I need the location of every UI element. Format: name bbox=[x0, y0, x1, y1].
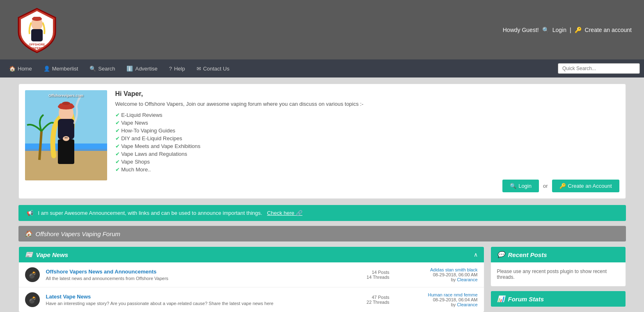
forum-row-announcements: 💣 Offshore Vapers News and Announcements… bbox=[19, 262, 484, 287]
last-post-title-1[interactable]: Human race nmd femme bbox=[428, 292, 477, 297]
navbar: 🏠 Home 👤 Memberlist 🔍 Search ℹ️ Advertis… bbox=[0, 59, 644, 77]
forum-desc-announcements: All the latest news and announcements fr… bbox=[46, 276, 326, 281]
forum-stats-announcements: 14 Posts 14 Threads bbox=[332, 270, 390, 280]
recent-posts-body: Please use any recent posts plugin to sh… bbox=[491, 262, 626, 286]
logo-area: OFFSHORE VAPERS bbox=[12, 5, 62, 55]
forum-name-latest[interactable]: Latest Vape News bbox=[46, 294, 91, 300]
member-icon: 👤 bbox=[44, 66, 50, 72]
last-post-date-0: 08-29-2018, 06:00 AM bbox=[396, 272, 478, 277]
forum-name-announcements[interactable]: Offshore Vapers News and Announcements bbox=[46, 269, 157, 275]
site-header: OFFSHORE VAPERS Howdy Guest! 🔍 Login | 🔑… bbox=[0, 0, 644, 59]
create-btn-icon: 🔑 bbox=[559, 183, 566, 189]
last-post-by-0: by bbox=[451, 277, 456, 282]
user-icon: 🔍 bbox=[542, 27, 549, 33]
feature-item-5: Vape Laws and Regulations bbox=[115, 150, 619, 158]
last-post-date-1: 08-29-2018, 06:04 AM bbox=[396, 297, 478, 302]
announcement-bar: 📢 I am super Awesome Announcement, with … bbox=[18, 205, 626, 221]
main-content: Offshorevipers.com bbox=[10, 77, 634, 312]
separator: | bbox=[570, 27, 571, 33]
forum-stats-icon: 📊 bbox=[497, 295, 505, 303]
welcome-actions: 🔍 Login or 🔑 Create an Account bbox=[115, 180, 619, 192]
recent-posts-title: Recent Posts bbox=[508, 251, 547, 258]
last-post-by-1: by bbox=[451, 302, 456, 307]
svg-rect-3 bbox=[33, 17, 41, 20]
vape-news-section-title: Vape News bbox=[36, 251, 69, 258]
svg-text:VAPERS: VAPERS bbox=[31, 47, 43, 50]
section-header-vape-news: 📰 Vape News ∧ bbox=[19, 247, 484, 262]
svg-point-16 bbox=[64, 137, 66, 139]
forum-title: Offshore Vapers Vaping Forum bbox=[36, 230, 120, 237]
announce-icon: 📢 bbox=[27, 210, 33, 216]
last-post-author-1[interactable]: Clearance bbox=[457, 302, 477, 307]
character-svg bbox=[25, 90, 107, 180]
svg-point-15 bbox=[63, 136, 69, 141]
feature-item-2: How-To Vaping Guides bbox=[115, 127, 619, 134]
forum-threads-1: 22 Threads bbox=[332, 300, 390, 305]
forum-stats-box: 📊 Forum Stats bbox=[490, 291, 626, 307]
feature-item-0: E-Liquid Reviews bbox=[115, 111, 619, 119]
forum-status-icon-2: 💣 bbox=[25, 292, 40, 307]
advertise-icon: ℹ️ bbox=[126, 66, 133, 72]
contact-icon: ✉ bbox=[197, 66, 201, 72]
forum-desc-latest: Have an interesting vape story? Are you … bbox=[46, 301, 326, 306]
house-icon: 🏠 bbox=[25, 230, 32, 237]
help-icon: ? bbox=[169, 66, 172, 72]
login-btn-icon: 🔍 bbox=[510, 183, 516, 189]
nav-contact[interactable]: ✉ Contact Us bbox=[192, 63, 234, 74]
forum-stats-header: 📊 Forum Stats bbox=[491, 291, 626, 307]
svg-rect-11 bbox=[58, 139, 74, 164]
login-button[interactable]: 🔍 Login bbox=[502, 180, 539, 192]
welcome-image: Offshorevipers.com bbox=[25, 90, 107, 180]
link-icon: 🔗 bbox=[296, 210, 303, 216]
create-account-link[interactable]: Create an account bbox=[585, 27, 632, 33]
search-icon: 🔍 bbox=[89, 66, 96, 72]
login-link[interactable]: Login bbox=[552, 27, 566, 33]
home-icon: 🏠 bbox=[9, 66, 16, 72]
forum-stats-title: Forum Stats bbox=[508, 296, 544, 303]
svg-point-17 bbox=[66, 137, 67, 139]
recent-posts-header: 💬 Recent Posts bbox=[491, 247, 626, 262]
recent-posts-box: 💬 Recent Posts Please use any recent pos… bbox=[490, 246, 626, 287]
site-logo: OFFSHORE VAPERS bbox=[12, 5, 62, 55]
svg-point-14 bbox=[62, 102, 70, 105]
announce-text: I am super Awesome Announcement, with li… bbox=[38, 210, 262, 216]
forum-last-post-latest: Human race nmd femme 08-29-2018, 06:04 A… bbox=[396, 292, 478, 307]
forum-threads-0: 14 Threads bbox=[332, 275, 390, 280]
forum-info: Offshore Vapers News and Announcements A… bbox=[46, 269, 326, 281]
forum-info-2: Latest Vape News Have an interesting vap… bbox=[46, 294, 326, 306]
feature-item-1: Vape News bbox=[115, 119, 619, 127]
vape-news-section-icon: 📰 bbox=[25, 251, 33, 258]
recent-posts-icon: 💬 bbox=[497, 251, 505, 258]
welcome-image-label: Offshorevipers.com bbox=[48, 93, 83, 98]
nav-home[interactable]: 🏠 Home bbox=[4, 63, 37, 74]
forum-stats-latest: 47 Posts 22 Threads bbox=[332, 295, 390, 305]
forum-sidebar: 💬 Recent Posts Please use any recent pos… bbox=[490, 246, 626, 312]
recent-posts-text: Please use any recent posts plugin to sh… bbox=[497, 269, 619, 280]
welcome-text-area: Hi Vaper, Welcome to Offshore Vapers, Jo… bbox=[115, 90, 619, 192]
forum-posts-1: 47 Posts bbox=[332, 295, 390, 300]
vape-news-section: 📰 Vape News ∧ 💣 Offshore Vapers News and… bbox=[18, 246, 484, 312]
forum-row-latest-news: 💣 Latest Vape News Have an interesting v… bbox=[19, 287, 484, 312]
welcome-intro: Welcome to Offshore Vapers, Join our awe… bbox=[115, 101, 619, 107]
welcome-box: Offshorevipers.com bbox=[18, 84, 626, 199]
section-title-left: 📰 Vape News bbox=[25, 251, 69, 258]
nav-help[interactable]: ? Help bbox=[164, 63, 190, 74]
search-input[interactable] bbox=[558, 63, 640, 74]
collapse-icon[interactable]: ∧ bbox=[474, 251, 478, 258]
last-post-author-0[interactable]: Clearance bbox=[457, 277, 477, 282]
announce-link[interactable]: Check here 🔗 bbox=[267, 210, 303, 216]
nav-advertise[interactable]: ℹ️ Advertise bbox=[121, 63, 162, 74]
feature-item-4: Vape Meets and Vape Exhibitions bbox=[115, 142, 619, 150]
forum-last-post-announcements: Adidas stan smith black 08-29-2018, 06:0… bbox=[396, 267, 478, 282]
nav-memberlist[interactable]: 👤 Memberlist bbox=[39, 63, 83, 74]
feature-item-3: DIY and E-Liquid Recipes bbox=[115, 134, 619, 142]
or-text: or bbox=[543, 183, 548, 189]
svg-rect-1 bbox=[31, 29, 43, 41]
forum-status-icon: 💣 bbox=[25, 267, 40, 282]
key-icon: 🔑 bbox=[575, 27, 582, 33]
last-post-title-0[interactable]: Adidas stan smith black bbox=[430, 267, 478, 272]
create-account-button[interactable]: 🔑 Create an Account bbox=[552, 180, 619, 192]
feature-item-6: Vape Shops bbox=[115, 158, 619, 166]
feature-list: E-Liquid Reviews Vape News How-To Vaping… bbox=[115, 111, 619, 173]
nav-search[interactable]: 🔍 Search bbox=[85, 63, 120, 74]
